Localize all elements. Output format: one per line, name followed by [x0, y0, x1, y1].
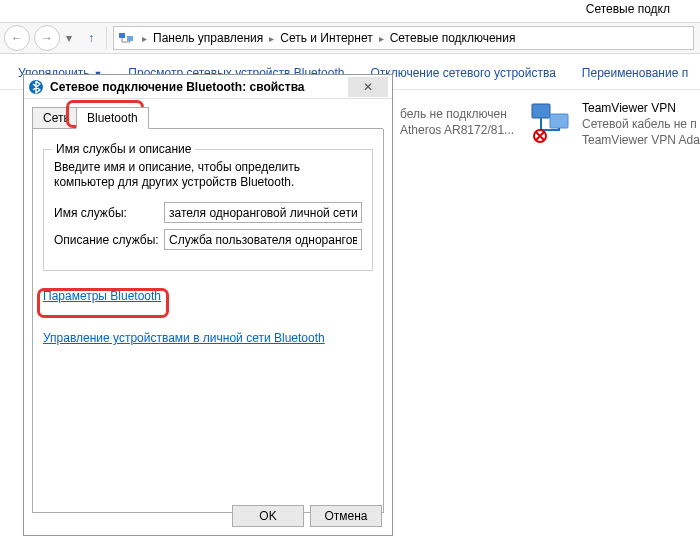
dialog-title: Сетевое подключение Bluetooth: свойства: [50, 80, 348, 94]
service-name-label: Имя службы:: [54, 206, 164, 220]
connection-text: TeamViewer VPN Сетевой кабель не п TeamV…: [582, 100, 700, 148]
close-button[interactable]: ✕: [348, 77, 388, 97]
dialog-button-row: OK Отмена: [232, 505, 382, 527]
arrow-left-icon: ←: [11, 31, 23, 45]
connection-status: Сетевой кабель не п: [582, 116, 700, 132]
chevron-right-icon: ▸: [375, 33, 388, 44]
network-adapter-icon: [530, 100, 574, 144]
groupbox-description: Введите имя и описание, чтобы определить…: [54, 160, 362, 190]
service-desc-input[interactable]: [164, 229, 362, 250]
window-title: Сетевые подкл: [586, 2, 670, 16]
explorer-header: ← → ▾ ↑ ▸ Панель управления ▸ Сеть и Инт…: [0, 22, 700, 54]
chevron-down-icon: ▾: [66, 31, 72, 45]
up-button[interactable]: ↑: [82, 29, 100, 47]
service-name-input[interactable]: [164, 202, 362, 223]
service-desc-label: Описание службы:: [54, 233, 164, 247]
connection-adapter: TeamViewer VPN Ada: [582, 132, 700, 148]
svg-rect-2: [532, 104, 550, 118]
svg-rect-0: [119, 33, 125, 38]
history-dropdown[interactable]: ▾: [62, 31, 76, 45]
breadcrumb-seg[interactable]: Сетевые подключения: [388, 31, 518, 45]
network-connections-icon: [118, 30, 134, 46]
manage-pan-devices-link[interactable]: Управление устройствами в личной сети Bl…: [43, 331, 325, 345]
properties-dialog: Сетевое подключение Bluetooth: свойства …: [23, 74, 393, 536]
chevron-right-icon: ▸: [265, 33, 278, 44]
tab-network[interactable]: Сеть: [32, 107, 81, 129]
bluetooth-params-link[interactable]: Параметры Bluetooth: [43, 289, 161, 303]
rename-connection[interactable]: Переименование п: [582, 66, 688, 80]
cancel-button[interactable]: Отмена: [310, 505, 382, 527]
connection-status: бель не подключен: [400, 106, 514, 122]
connection-item[interactable]: бель не подключен Atheros AR8172/81...: [400, 106, 514, 138]
address-bar[interactable]: ▸ Панель управления ▸ Сеть и Интернет ▸ …: [113, 26, 694, 50]
forward-button[interactable]: →: [34, 25, 60, 51]
service-groupbox: Имя службы и описание Введите имя и опис…: [43, 149, 373, 271]
chevron-right-icon: ▸: [138, 33, 151, 44]
arrow-up-icon: ↑: [88, 31, 94, 45]
breadcrumb-seg[interactable]: Сеть и Интернет: [278, 31, 374, 45]
bluetooth-icon: [28, 79, 44, 95]
svg-rect-1: [127, 36, 133, 41]
back-button[interactable]: ←: [4, 25, 30, 51]
ok-button[interactable]: OK: [232, 505, 304, 527]
tab-bluetooth[interactable]: Bluetooth: [76, 107, 149, 129]
groupbox-title: Имя службы и описание: [52, 142, 195, 156]
disable-device[interactable]: Отключение сетевого устройства: [370, 66, 555, 80]
dialog-titlebar[interactable]: Сетевое подключение Bluetooth: свойства …: [24, 75, 392, 99]
arrow-right-icon: →: [41, 31, 53, 45]
breadcrumb-seg[interactable]: Панель управления: [151, 31, 265, 45]
connection-text: бель не подключен Atheros AR8172/81...: [400, 106, 514, 138]
close-icon: ✕: [363, 80, 373, 94]
svg-rect-3: [550, 114, 568, 128]
connection-item-teamviewer[interactable]: TeamViewer VPN Сетевой кабель не п TeamV…: [530, 100, 700, 148]
tab-panel-bluetooth: Имя службы и описание Введите имя и опис…: [32, 129, 384, 513]
connection-name: TeamViewer VPN: [582, 100, 700, 116]
separator: [106, 27, 107, 49]
connection-adapter: Atheros AR8172/81...: [400, 122, 514, 138]
tab-strip: Сеть Bluetooth: [32, 107, 384, 129]
